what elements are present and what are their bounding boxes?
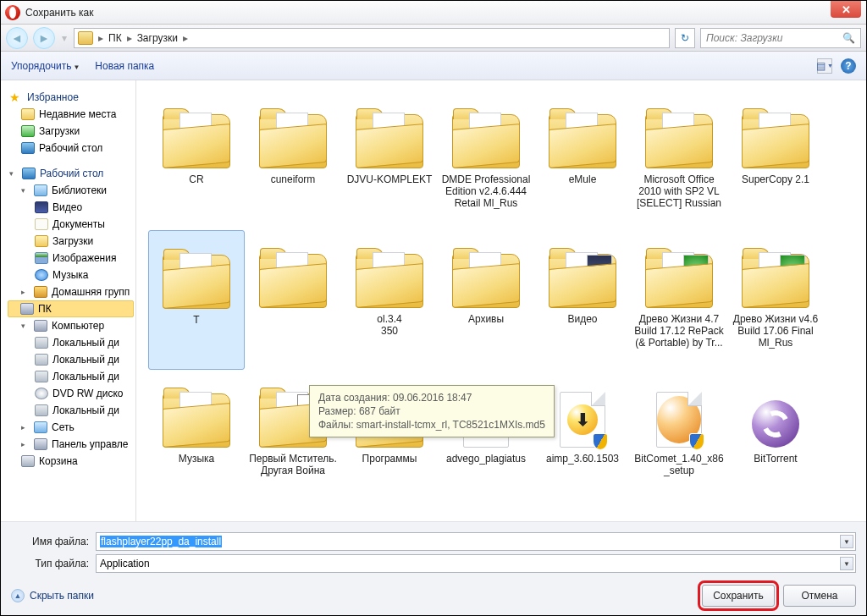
item-icon bbox=[737, 382, 814, 448]
image-icon bbox=[35, 252, 48, 264]
save-button[interactable]: Сохранить bbox=[702, 585, 775, 607]
file-item[interactable]: Microsoft Office 2010 with SP2 VL [SELEC… bbox=[631, 91, 727, 230]
expand-icon[interactable]: ▸ bbox=[21, 423, 30, 432]
collapse-icon[interactable]: ▾ bbox=[21, 322, 30, 330]
tree-recent[interactable]: Недавние места bbox=[8, 106, 134, 123]
breadcrumb-sep-icon[interactable]: ▸ bbox=[181, 32, 190, 44]
file-item[interactable]: DMDE Professional Edition v2.4.6.444 Ret… bbox=[438, 91, 534, 230]
file-item[interactable]: 21 Первый Мститель. Другая Война bbox=[245, 370, 341, 509]
star-icon: ★ bbox=[9, 91, 23, 103]
file-grid[interactable]: CR cuneiform DJVU-KOMPLEKT DMDE Professi… bbox=[136, 80, 866, 521]
item-label: T bbox=[193, 314, 199, 326]
breadcrumb-sep-icon[interactable]: ▸ bbox=[125, 32, 134, 44]
tree-homegroup[interactable]: ▸Домашняя групп bbox=[8, 283, 134, 300]
close-button[interactable]: ✕ bbox=[831, 1, 861, 18]
search-icon[interactable]: 🔍 bbox=[842, 32, 855, 44]
collapse-icon[interactable]: ▾ bbox=[9, 169, 18, 178]
tree-desktop-fav[interactable]: Рабочий стол bbox=[8, 140, 134, 157]
dropdown-icon[interactable]: ▼ bbox=[840, 557, 853, 570]
network-icon bbox=[34, 421, 47, 433]
breadcrumb-sep-icon[interactable]: ▸ bbox=[97, 32, 105, 44]
file-item[interactable]: Видео bbox=[534, 230, 631, 370]
tree-dvd[interactable]: DVD RW диско bbox=[8, 385, 134, 402]
tree-computer[interactable]: ▾Компьютер bbox=[8, 317, 134, 334]
breadcrumb[interactable]: ▸ ПК ▸ Загрузки ▸ bbox=[74, 28, 670, 48]
tree-libraries[interactable]: ▾Библиотеки bbox=[8, 182, 134, 199]
newfolder-button[interactable]: Новая папка bbox=[95, 60, 154, 72]
organize-menu[interactable]: Упорядочить▼ bbox=[11, 60, 80, 72]
file-item[interactable]: A advego_plagiatus bbox=[438, 370, 534, 509]
window-title: Сохранить как bbox=[25, 7, 93, 19]
file-item[interactable]: DJVU-KOMPLEKT bbox=[341, 91, 438, 230]
tree-disk[interactable]: Локальный ди bbox=[8, 402, 134, 419]
tree-network[interactable]: ▸Сеть bbox=[8, 419, 134, 436]
opera-icon bbox=[5, 5, 20, 20]
item-label: Древо Жизни v4.6 Build 17.06 Final Ml_Ru… bbox=[731, 313, 820, 349]
item-icon bbox=[641, 242, 717, 308]
file-item[interactable]: Древо Жизни v4.6 Build 17.06 Final Ml_Ru… bbox=[727, 230, 824, 370]
file-item[interactable] bbox=[245, 230, 341, 370]
breadcrumb-pc[interactable]: ПК bbox=[107, 32, 124, 44]
filename-input[interactable]: flashplayer22pp_da_install ▼ bbox=[96, 532, 856, 551]
file-item[interactable]: BitTorrent bbox=[727, 370, 824, 509]
drive-icon bbox=[35, 354, 48, 366]
file-item[interactable]: Древо Жизни 4.7 Build 17.12 RePack (& Po… bbox=[631, 230, 727, 370]
tree-desktop[interactable]: ▾Рабочий стол bbox=[8, 165, 134, 182]
music-icon bbox=[35, 269, 48, 281]
expand-icon[interactable]: ▸ bbox=[21, 440, 30, 448]
search-input[interactable]: Поиск: Загрузки 🔍 bbox=[700, 28, 861, 48]
item-icon bbox=[544, 102, 621, 168]
chevron-down-icon[interactable]: ▾ bbox=[60, 32, 69, 44]
tree-disk[interactable]: Локальный ди bbox=[8, 368, 134, 385]
item-icon bbox=[448, 242, 524, 308]
nav-forward-button[interactable]: ► bbox=[33, 27, 55, 49]
expand-icon[interactable]: ▸ bbox=[21, 288, 30, 296]
file-item[interactable]: eMule bbox=[534, 91, 631, 230]
cancel-button[interactable]: Отмена bbox=[783, 585, 856, 607]
desktop-icon bbox=[22, 168, 36, 179]
file-item[interactable]: BitComet_1.40_x86_setup bbox=[631, 370, 727, 509]
tree-cpanel[interactable]: ▸Панель управле bbox=[8, 436, 134, 453]
filetype-select[interactable]: Application ▼ bbox=[96, 554, 856, 573]
tree-video[interactable]: Видео bbox=[8, 199, 134, 216]
item-label: eMule bbox=[569, 173, 597, 185]
tree-bin[interactable]: Корзина bbox=[8, 453, 134, 470]
item-icon: A bbox=[448, 382, 524, 448]
tree-favorites[interactable]: ★Избранное bbox=[8, 89, 134, 106]
item-icon: ⬇ bbox=[544, 382, 621, 448]
file-item[interactable]: ⬇ aimp_3.60.1503 bbox=[534, 370, 631, 509]
collapse-icon[interactable]: ▾ bbox=[21, 186, 30, 195]
file-item[interactable]: CR bbox=[148, 91, 245, 230]
places-icon bbox=[21, 108, 35, 120]
view-menu[interactable]: ▤▼ bbox=[817, 58, 832, 74]
item-label: SuperCopy 2.1 bbox=[742, 173, 809, 185]
file-item[interactable]: T bbox=[148, 230, 245, 370]
file-item[interactable]: Музыка bbox=[148, 370, 245, 509]
tree-pc[interactable]: ПК bbox=[8, 300, 134, 317]
help-button[interactable]: ? bbox=[841, 58, 856, 74]
breadcrumb-downloads[interactable]: Загрузки bbox=[135, 32, 179, 44]
folder-icon bbox=[35, 235, 48, 247]
file-item[interactable]: SuperCopy 2.1 bbox=[727, 91, 824, 230]
file-item[interactable]: Архивы bbox=[438, 230, 534, 370]
file-item[interactable]: cuneiform bbox=[245, 91, 341, 230]
hide-folders-button[interactable]: ▲ Скрыть папки bbox=[11, 589, 94, 602]
tree-disk[interactable]: Локальный ди bbox=[8, 334, 134, 351]
file-item[interactable]: ol.3.4350 bbox=[341, 230, 438, 370]
refresh-button[interactable]: ↻ bbox=[675, 28, 695, 48]
tree-music[interactable]: Музыка bbox=[8, 267, 134, 283]
tree-documents[interactable]: Документы bbox=[8, 216, 134, 233]
item-icon bbox=[737, 242, 814, 308]
dropdown-icon[interactable]: ▼ bbox=[840, 535, 853, 548]
tree-downloads2[interactable]: Загрузки bbox=[8, 233, 134, 250]
filetype-value: Application bbox=[100, 558, 150, 569]
nav-back-button[interactable]: ◄ bbox=[6, 27, 28, 49]
file-item[interactable]: Программы bbox=[341, 370, 438, 509]
titlebar[interactable]: Сохранить как ✕ bbox=[1, 1, 866, 25]
tree-images[interactable]: Изображения bbox=[8, 250, 134, 267]
download-icon bbox=[21, 125, 35, 137]
pc-icon bbox=[20, 303, 34, 315]
nav-tree[interactable]: ★Избранное Недавние места Загрузки Рабоч… bbox=[1, 80, 136, 521]
tree-downloads[interactable]: Загрузки bbox=[8, 123, 134, 140]
tree-disk[interactable]: Локальный ди bbox=[8, 351, 134, 368]
